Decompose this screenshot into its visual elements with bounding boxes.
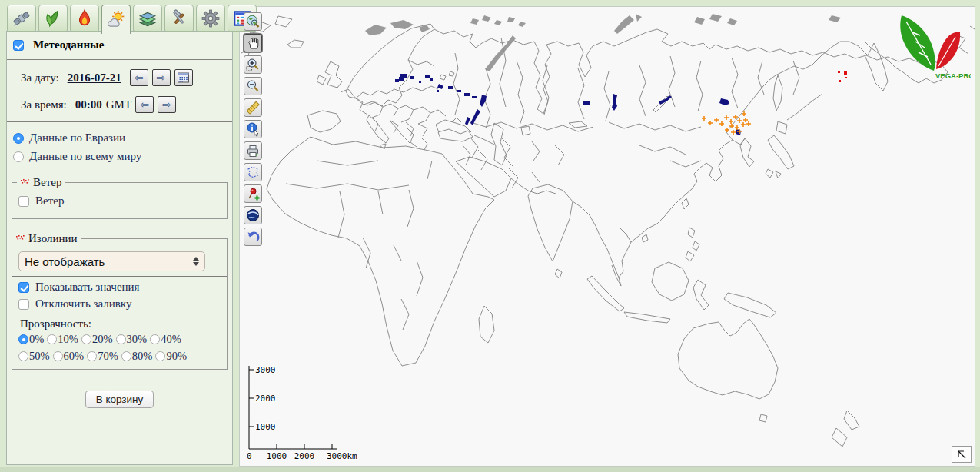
wind-checkbox-label: Ветер [35, 194, 64, 208]
opacity-option-label: 90% [166, 350, 187, 363]
map-toolbar [244, 12, 262, 246]
date-label: За дату: [21, 71, 59, 85]
opacity-radio-row-2: 50% 60% 70% 80% 90% [18, 350, 222, 363]
opacity-option-label: 10% [58, 333, 78, 346]
opacity-radio-60[interactable] [53, 351, 63, 361]
module-tabbar [7, 5, 257, 34]
tab-weather[interactable] [101, 5, 131, 34]
settings-icon [201, 8, 221, 28]
time-label: За время: [21, 98, 67, 111]
time-value: 00:00 [75, 98, 102, 111]
time-next-button[interactable]: ⇨ [158, 96, 176, 113]
date-value-link[interactable]: 2016-07-21 [68, 71, 121, 85]
opacity-radio-20[interactable] [81, 334, 91, 344]
print-icon [245, 143, 261, 158]
scalebar-y-label: 1000 [255, 422, 276, 432]
arctic-islands [365, 14, 841, 71]
radio-world[interactable] [13, 151, 24, 162]
vega-pro-logo-icon: VEGA-PRO [894, 11, 971, 81]
opacity-option-label: 30% [127, 333, 148, 346]
isolines-select-value: Не отображать [25, 255, 193, 268]
tab-vegetation[interactable] [38, 5, 68, 32]
add-placemark-button[interactable] [244, 184, 262, 203]
opacity-option-label: 50% [29, 350, 50, 363]
time-prev-button[interactable]: ⇦ [135, 96, 154, 113]
select-polygon-button[interactable] [244, 163, 262, 181]
map-scalebar: 3000 2000 1000 0 1000 2000 3000km [243, 364, 374, 463]
radio-eurasia[interactable] [13, 133, 24, 144]
print-button[interactable] [244, 141, 262, 160]
divider [12, 276, 227, 277]
opacity-radio-40[interactable] [150, 334, 160, 344]
undo-button[interactable] [244, 228, 262, 246]
select-polygon-icon [245, 165, 261, 180]
opacity-radio-50[interactable] [18, 351, 28, 361]
satellite-icon [12, 8, 32, 28]
collapse-panel-button[interactable] [952, 446, 972, 463]
google-earth-icon [245, 208, 261, 223]
vega-pro-logo: VEGA-PRO [894, 11, 971, 85]
opacity-option-label: 80% [132, 350, 153, 363]
divider [12, 314, 227, 314]
zoom-world-button[interactable] [244, 12, 262, 31]
google-earth-button[interactable] [244, 206, 262, 224]
meteo-data-markers-orange [702, 111, 751, 135]
scalebar-x-label: 0 [247, 451, 252, 461]
tab-fire[interactable] [70, 5, 99, 32]
wind-checkbox[interactable] [18, 196, 29, 207]
opacity-option-label: 40% [161, 333, 181, 346]
bottom-status-strip [0, 467, 980, 472]
isolines-layer-icon [15, 235, 25, 243]
opacity-radio-30[interactable] [116, 334, 126, 344]
divider [7, 121, 232, 122]
date-next-button[interactable]: ⇨ [152, 69, 171, 86]
tab-layers[interactable] [133, 5, 162, 32]
scalebar-x-label: 1000 [267, 451, 287, 461]
map-viewport[interactable]: VEGA-PRO 3000 2000 1000 0 1000 2000 3000… [239, 6, 975, 467]
disable-fill-label: Отключить заливку [35, 297, 131, 311]
time-row: За время: 00:00 GMT ⇦ ⇨ [21, 96, 232, 113]
region-radio-group: Данные по Евразии Данные по всему миру [13, 131, 232, 163]
pan-hand-icon [245, 35, 261, 51]
tab-settings[interactable] [196, 5, 225, 32]
zoom-out-button[interactable] [244, 77, 262, 95]
opacity-radio-0[interactable] [18, 334, 28, 344]
opacity-radio-80[interactable] [121, 351, 131, 361]
opacity-option-label: 60% [64, 350, 85, 363]
scalebar-y-label: 3000 [255, 365, 276, 375]
isolines-legend: Изолинии [28, 232, 78, 245]
vega-pro-app: Метеоданные За дату: 2016-07-21 ⇦ ⇨ [0, 0, 980, 472]
opacity-radio-90[interactable] [155, 351, 165, 361]
isolines-select[interactable]: Не отображать [18, 251, 205, 271]
weather-icon [106, 10, 126, 30]
time-zone: GMT [106, 98, 131, 111]
calendar-button[interactable] [174, 69, 193, 86]
radio-world-label: Данные по всему миру [29, 150, 141, 163]
add-to-cart-button[interactable]: В корзину [85, 391, 154, 408]
disable-fill-checkbox[interactable] [18, 299, 29, 310]
opacity-option-label: 20% [92, 333, 113, 346]
meteo-title: Метеоданные [33, 38, 104, 52]
opacity-radio-70[interactable] [87, 351, 97, 361]
identify-info-button[interactable] [244, 120, 262, 138]
meteo-layer-checkbox[interactable] [13, 40, 24, 51]
pan-hand-button[interactable] [244, 34, 262, 52]
layers-icon [138, 8, 158, 28]
scalebar-y-label: 2000 [255, 394, 276, 404]
wind-layer-icon [20, 179, 29, 187]
zoom-out-icon [245, 78, 261, 94]
zoom-in-rect-button[interactable] [244, 55, 262, 74]
tab-tools[interactable] [164, 5, 194, 32]
measure-ruler-button[interactable] [244, 98, 262, 117]
undo-icon [245, 229, 261, 244]
identify-info-icon [245, 121, 261, 137]
opacity-option-label: 70% [98, 350, 118, 363]
scalebar-x-label: 2000 [294, 451, 315, 461]
wind-legend: Ветер [33, 176, 61, 189]
opacity-radio-10[interactable] [47, 334, 57, 344]
date-prev-button[interactable]: ⇦ [130, 69, 148, 86]
fire-icon [75, 8, 95, 28]
tab-satellite[interactable] [7, 5, 36, 32]
show-values-checkbox[interactable] [18, 282, 29, 293]
isolines-fieldset: Изолинии Не отображать Показывать значен… [12, 232, 228, 370]
